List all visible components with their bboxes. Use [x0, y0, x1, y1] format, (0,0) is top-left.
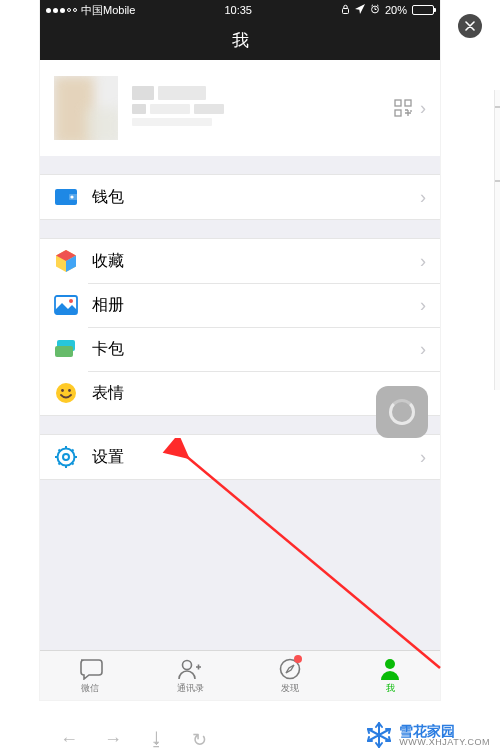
person-icon [380, 657, 400, 681]
tab-label: 微信 [81, 682, 99, 695]
status-left: 中国Mobile [46, 3, 135, 18]
avatar [54, 76, 118, 140]
row-label: 表情 [92, 383, 420, 404]
row-cards[interactable]: 卡包 › [40, 327, 440, 371]
row-label: 相册 [92, 295, 420, 316]
chat-icon [77, 657, 103, 681]
svg-rect-2 [395, 100, 401, 106]
alarm-icon [370, 4, 380, 16]
svg-rect-11 [55, 346, 73, 357]
svg-rect-0 [342, 8, 348, 13]
chevron-right-icon: › [420, 98, 426, 119]
chevron-right-icon: › [420, 295, 426, 316]
cube-icon [54, 249, 78, 273]
status-time: 10:35 [224, 4, 252, 16]
photo-icon [54, 293, 78, 317]
tab-label: 我 [386, 682, 395, 695]
row-album[interactable]: 相册 › [40, 283, 440, 327]
svg-point-13 [61, 389, 64, 392]
cards-icon [54, 337, 78, 361]
snowflake-logo-icon [365, 721, 393, 749]
chevron-right-icon: › [420, 447, 426, 468]
tab-label: 发现 [281, 682, 299, 695]
qr-code-icon[interactable] [394, 99, 412, 117]
assistive-touch-button[interactable] [376, 386, 428, 438]
gear-icon [54, 445, 78, 469]
row-label: 卡包 [92, 339, 420, 360]
wallet-icon [54, 185, 78, 209]
navigation-bar: 我 [40, 20, 440, 60]
status-right: 20% [341, 4, 434, 17]
contacts-icon [177, 657, 203, 681]
rotate-icon[interactable]: ↻ [192, 729, 207, 751]
phone-screenshot: 中国Mobile 10:35 20% 我 [40, 0, 440, 700]
battery-percent: 20% [385, 4, 407, 16]
group-settings: 设置 › [40, 434, 440, 480]
content-area: › 钱包 › 收藏 › [40, 60, 440, 650]
group-wallet: 钱包 › [40, 174, 440, 220]
overlay-close-button[interactable] [458, 14, 482, 38]
svg-point-12 [56, 383, 76, 403]
tab-me[interactable]: 我 [340, 651, 440, 700]
profile-row[interactable]: › [40, 60, 440, 156]
next-icon[interactable]: → [104, 729, 122, 751]
download-icon[interactable]: ⭳ [148, 729, 166, 751]
row-label: 设置 [92, 447, 420, 468]
loading-ring-icon [389, 399, 415, 425]
svg-rect-3 [405, 100, 411, 106]
chevron-right-icon: › [420, 187, 426, 208]
watermark-title: 雪花家园 [399, 724, 490, 738]
chevron-right-icon: › [420, 251, 426, 272]
row-settings[interactable]: 设置 › [40, 435, 440, 479]
smiley-icon [54, 381, 78, 405]
row-favorites[interactable]: 收藏 › [40, 239, 440, 283]
tab-contacts[interactable]: 通讯录 [140, 651, 240, 700]
notification-dot-icon [294, 655, 302, 663]
status-bar: 中国Mobile 10:35 20% [40, 0, 440, 20]
svg-point-7 [70, 195, 73, 198]
close-icon [465, 21, 475, 31]
lightbox-nav: ← → ⭳ ↻ [60, 729, 207, 751]
tab-bar: 微信 通讯录 发现 我 [40, 650, 440, 700]
svg-point-9 [69, 299, 73, 303]
row-wallet[interactable]: 钱包 › [40, 175, 440, 219]
profile-info-blurred [132, 86, 394, 130]
row-label: 钱包 [92, 187, 420, 208]
page-outer: 中国Mobile 10:35 20% 我 [0, 0, 500, 755]
svg-point-14 [68, 389, 71, 392]
chevron-right-icon: › [420, 339, 426, 360]
watermark-url: WWW.XHJATY.COM [399, 738, 490, 747]
battery-icon [412, 5, 434, 15]
svg-point-19 [385, 659, 395, 669]
row-label: 收藏 [92, 251, 420, 272]
prev-icon[interactable]: ← [60, 729, 78, 751]
signal-icon [46, 8, 77, 13]
lock-icon [341, 4, 350, 17]
location-icon [355, 4, 365, 16]
tab-discover[interactable]: 发现 [240, 651, 340, 700]
carrier-label: 中国Mobile [81, 3, 135, 18]
svg-point-16 [63, 454, 69, 460]
page-title: 我 [232, 29, 249, 52]
watermark: 雪花家园 WWW.XHJATY.COM [365, 721, 490, 749]
svg-rect-4 [395, 110, 401, 116]
tab-label: 通讯录 [177, 682, 204, 695]
svg-point-17 [183, 660, 192, 669]
right-side-strip [494, 90, 500, 390]
tab-chats[interactable]: 微信 [40, 651, 140, 700]
